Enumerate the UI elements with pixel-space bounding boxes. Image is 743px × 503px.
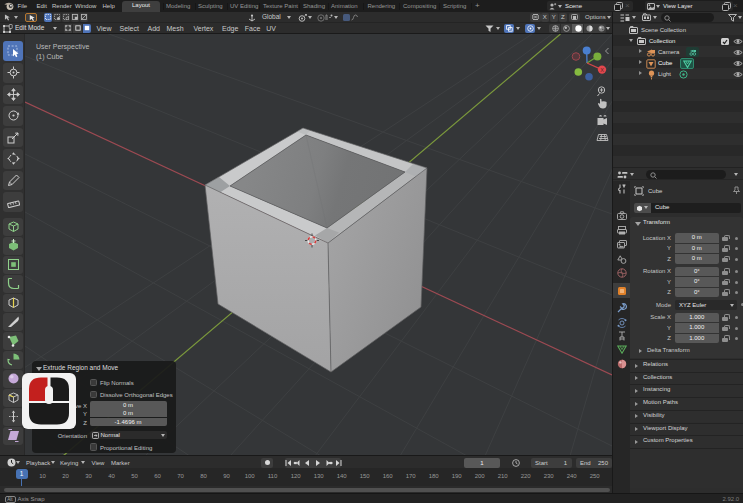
svg-text:X: X xyxy=(600,67,604,73)
